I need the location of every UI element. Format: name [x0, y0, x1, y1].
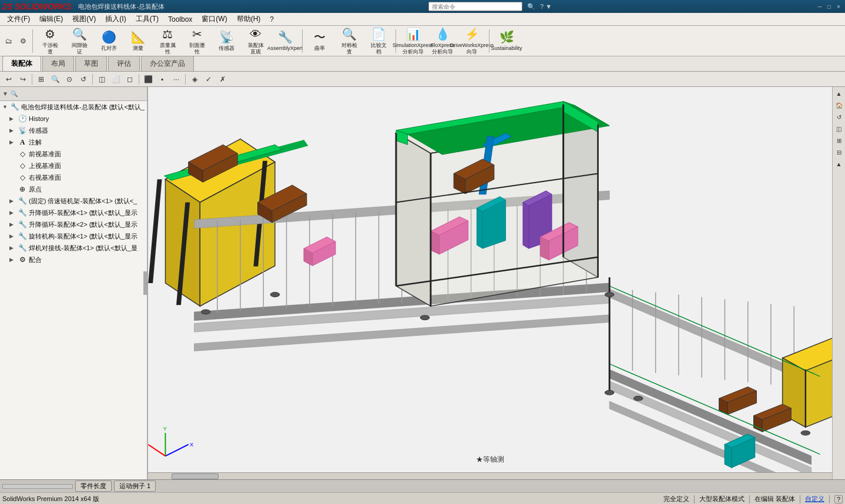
vp-btn-view2[interactable]: ⬜: [109, 73, 122, 86]
tree-item-rotate[interactable]: ▶ 🔧 旋转机构-装配体<1> (默认<默认_显示: [0, 230, 147, 242]
btn-assembly-visual[interactable]: 👁 装配体直观: [242, 28, 270, 55]
vp-btn-shading2[interactable]: ▪: [156, 73, 169, 86]
rp-btn-refresh[interactable]: ↺: [834, 112, 844, 122]
svg-text:Y: Y: [163, 425, 167, 432]
menu-file[interactable]: 文件(F): [2, 13, 35, 25]
filter-icon[interactable]: ▼: [2, 90, 8, 97]
viewport[interactable]: X Y Z ★等轴测: [148, 87, 832, 472]
sensor-icon: 📡: [18, 126, 27, 135]
tree-item-top-plane[interactable]: ◇ 上视基准面: [0, 160, 147, 172]
vp-btn-edit2[interactable]: ✓: [202, 73, 215, 86]
vp-btn-zoom-fit[interactable]: ⊞: [35, 73, 48, 86]
tab-bar: 装配体 布局 草图 评估 办公室产品: [0, 56, 845, 72]
svg-point-104: [605, 390, 614, 395]
vp-btn-edit3[interactable]: ✗: [216, 73, 229, 86]
btn-sym-check[interactable]: 🔍 对称检查: [335, 28, 363, 55]
btn-curvature[interactable]: 〜 曲率: [306, 28, 334, 55]
vp-sep-3: [139, 74, 139, 85]
menu-question[interactable]: ?: [265, 14, 279, 25]
tree-item-lift2[interactable]: ▶ 🔧 升降循环-装配体<2> (默认<默认_显示: [0, 219, 147, 230]
horizontal-scrollbar[interactable]: [148, 472, 832, 479]
btn-assemblyxpert[interactable]: 🔧 AssemblyXpert: [271, 28, 299, 55]
maximize-btn[interactable]: □: [825, 2, 833, 11]
tab-assembly[interactable]: 装配体: [2, 56, 41, 71]
rp-btn-up[interactable]: ▲: [834, 88, 844, 99]
svg-point-103: [605, 293, 614, 297]
bottom-bar: 零件长度 运动例子 1: [0, 479, 845, 492]
svg-point-105: [633, 396, 643, 401]
menu-toolbox[interactable]: Toolbox: [163, 14, 197, 25]
tree-item-annotations[interactable]: ▶ A 注解: [0, 136, 147, 148]
menu-help[interactable]: 帮助(H): [232, 13, 266, 25]
rp-btn-plus[interactable]: ⊞: [834, 135, 844, 146]
btn-motion[interactable]: 运动例子 1: [114, 481, 156, 492]
status-custom[interactable]: 自定义: [805, 495, 824, 503]
origin-label: 原点: [29, 185, 42, 194]
lift2-icon: 🔧: [18, 220, 27, 229]
tree-item-history[interactable]: ▶ 🕐 History: [0, 113, 147, 125]
status-help[interactable]: ?: [834, 495, 843, 503]
status-editing: 在编辑 装配体: [755, 495, 795, 503]
tree-item-front-plane[interactable]: ◇ 前视基准面: [0, 148, 147, 160]
vp-btn-zoom-in[interactable]: 🔍: [49, 73, 62, 86]
tree-item-chain-frame[interactable]: ▶ 🔧 (固定) 倍速链机架-装配体<1> (默认<_: [0, 195, 147, 207]
rp-btn-split[interactable]: ◫: [834, 123, 844, 134]
menu-edit[interactable]: 编辑(E): [35, 13, 68, 25]
btn-driveworks[interactable]: ⚡ DriveWorksXpress向导: [458, 28, 486, 55]
btn-part-length[interactable]: 零件长度: [75, 481, 112, 492]
vp-btn-redo[interactable]: ↪: [16, 73, 29, 86]
btn-compare[interactable]: 📄 比较文档: [364, 28, 393, 55]
tab-office[interactable]: 办公室产品: [141, 56, 194, 71]
btn-simulation[interactable]: 📊 SimulationXpress分析向导: [399, 28, 427, 55]
sw-logo: 2S SOLIDWORKS: [2, 2, 71, 11]
svg-marker-41: [396, 133, 431, 306]
top-plane-icon: ◇: [18, 161, 27, 170]
status-left: SolidWorks Premium 2014 x64 版: [2, 495, 99, 503]
svg-point-100: [201, 310, 210, 314]
menu-window[interactable]: 窗口(W): [197, 13, 232, 25]
rp-btn-minus[interactable]: ⊟: [834, 147, 844, 157]
tree-root[interactable]: ▼ 🔧 电池包焊接送料线体-总装配体 (默认<默认_: [0, 101, 147, 113]
tree-item-lift1[interactable]: ▶ 🔧 升降循环-装配体<1> (默认<默认_显示: [0, 207, 147, 219]
vp-btn-shading1[interactable]: ⬛: [142, 73, 155, 86]
menu-view[interactable]: 视图(V): [68, 13, 100, 25]
btn-interference[interactable]: ⚙ 干涉检查: [36, 28, 64, 55]
vp-btn-shading3[interactable]: ···: [170, 73, 183, 86]
vp-btn-view3[interactable]: ◻: [123, 73, 136, 86]
btn-sensor[interactable]: 📡 传感器: [212, 28, 240, 55]
menu-tools[interactable]: 工具(T): [131, 13, 163, 25]
rp-btn-triangle[interactable]: ▲: [834, 159, 844, 169]
tree-item-sensors[interactable]: ▶ 📡 传感器: [0, 125, 147, 136]
tree-item-origin[interactable]: ⊕ 原点: [0, 183, 147, 195]
close-btn[interactable]: ×: [834, 2, 843, 11]
tree-item-right-plane[interactable]: ◇ 右视基准面: [0, 172, 147, 183]
btn-sustainability[interactable]: 🌿 Sustainability: [492, 28, 521, 55]
annotations-icon: A: [18, 137, 27, 147]
rotate-icon: 🔧: [18, 231, 27, 241]
menu-insert[interactable]: 插入(I): [100, 13, 130, 25]
btn-measure[interactable]: 📐 测量: [124, 28, 152, 55]
tree-item-weld[interactable]: ▶ 🔧 焊机对接线-装配体<1> (默认<默认_显: [0, 242, 147, 254]
tab-sketch[interactable]: 草图: [75, 56, 107, 71]
tab-evaluate[interactable]: 评估: [108, 56, 140, 71]
btn-clearance[interactable]: 🔍 间隙验证: [65, 28, 93, 55]
btn-mass[interactable]: ⚖ 质量属性: [153, 28, 182, 55]
sidebar-collapse-handle[interactable]: ›: [143, 271, 148, 295]
btn-section[interactable]: ✂ 剖面屡性: [183, 28, 211, 55]
vp-btn-pan[interactable]: ⊙: [63, 73, 76, 86]
toolbar-icon-1[interactable]: 🗂: [2, 35, 15, 48]
rp-btn-home[interactable]: 🏠: [834, 100, 844, 110]
btn-hole-align[interactable]: 🔵 孔对齐: [95, 28, 123, 55]
rotate-label: 旋转机构-装配体<1> (默认<默认_显示: [29, 232, 138, 241]
vp-btn-rotate[interactable]: ↺: [77, 73, 90, 86]
vp-btn-undo[interactable]: ↩: [2, 73, 15, 86]
vp-btn-edit1[interactable]: ◈: [188, 73, 201, 86]
search-input[interactable]: [428, 2, 522, 11]
vp-btn-view1[interactable]: ◫: [95, 73, 108, 86]
right-plane-icon: ◇: [18, 173, 27, 182]
minimize-btn[interactable]: ─: [816, 2, 824, 11]
toolbar-icon-2[interactable]: ⚙: [16, 35, 29, 48]
tree-item-mates[interactable]: ▶ ⚙ 配合: [0, 254, 147, 266]
front-plane-label: 前视基准面: [29, 150, 61, 159]
tab-layout[interactable]: 布局: [42, 56, 74, 71]
